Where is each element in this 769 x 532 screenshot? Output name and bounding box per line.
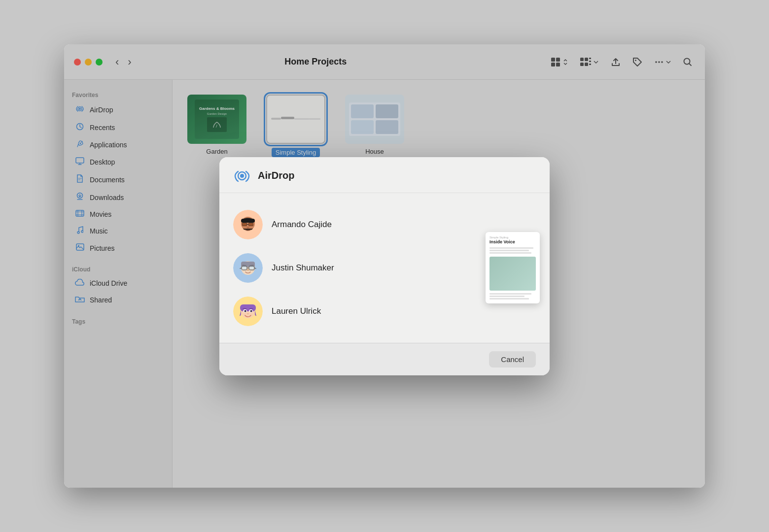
modal-body: Armando Cajide bbox=[219, 193, 550, 343]
modal-overlay: AirDrop bbox=[64, 44, 705, 488]
svg-rect-32 bbox=[241, 219, 255, 223]
svg-point-43 bbox=[248, 269, 249, 270]
armando-name: Armando Cajide bbox=[272, 220, 332, 230]
avatar-lauren bbox=[233, 297, 263, 326]
contact-item-armando[interactable]: Armando Cajide bbox=[229, 203, 476, 246]
justin-name: Justin Shumaker bbox=[272, 263, 334, 273]
svg-point-52 bbox=[251, 310, 252, 311]
contact-item-lauren[interactable]: Lauren Ulrick bbox=[229, 290, 476, 333]
airdrop-modal-icon bbox=[233, 167, 251, 185]
svg-rect-40 bbox=[242, 266, 247, 270]
svg-rect-35 bbox=[243, 223, 247, 226]
avatar-armando bbox=[233, 210, 263, 239]
preview-main-title: Inside Voice bbox=[489, 239, 536, 245]
preview-text-lines bbox=[489, 247, 536, 254]
finder-window: ‹ › Home Projects bbox=[64, 44, 705, 488]
svg-rect-46 bbox=[240, 304, 256, 311]
lauren-name: Lauren Ulrick bbox=[272, 306, 321, 316]
airdrop-modal: AirDrop bbox=[219, 157, 550, 375]
modal-title: AirDrop bbox=[258, 170, 294, 181]
svg-point-51 bbox=[245, 310, 246, 311]
modal-footer: Cancel bbox=[219, 343, 550, 375]
cancel-button[interactable]: Cancel bbox=[489, 351, 536, 367]
preview-card: Simple Styling Inside Voice bbox=[486, 232, 540, 303]
preview-subtitle: Simple Styling bbox=[489, 236, 536, 239]
preview-image-block bbox=[489, 257, 536, 291]
svg-rect-36 bbox=[249, 223, 253, 226]
avatar-justin bbox=[233, 253, 263, 283]
file-preview: Simple Styling Inside Voice bbox=[486, 203, 550, 333]
preview-bottom-lines bbox=[489, 293, 536, 299]
modal-header: AirDrop bbox=[219, 157, 550, 193]
svg-rect-41 bbox=[249, 266, 254, 270]
svg-point-29 bbox=[240, 174, 244, 178]
contact-item-justin[interactable]: Justin Shumaker bbox=[229, 246, 476, 290]
contacts-list: Armando Cajide bbox=[219, 203, 486, 333]
